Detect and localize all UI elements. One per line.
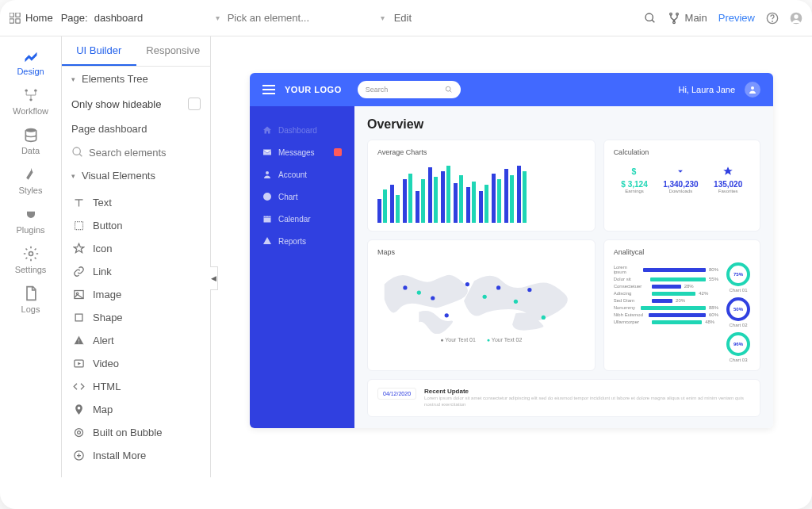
avatar[interactable] <box>745 82 760 98</box>
svg-point-13 <box>25 90 27 92</box>
svg-point-38 <box>496 285 500 289</box>
mock-search[interactable]: Search <box>358 81 461 98</box>
svg-point-40 <box>445 313 449 317</box>
home-button[interactable]: Home <box>10 12 53 24</box>
svg-point-37 <box>465 282 469 286</box>
nav-messages[interactable]: Messages <box>250 141 354 163</box>
element-video[interactable]: Video <box>62 352 210 375</box>
svg-point-10 <box>772 21 773 21</box>
top-toolbar: Home Page: dashboard ▾ Pick an element..… <box>0 0 812 36</box>
download-icon <box>675 166 686 177</box>
svg-rect-20 <box>75 222 83 230</box>
svg-point-4 <box>645 13 653 21</box>
workflow-tab[interactable]: Workflow <box>0 81 61 121</box>
home-icon <box>262 125 272 135</box>
chevron-down-icon: ▾ <box>71 75 75 83</box>
svg-point-35 <box>403 285 407 289</box>
pie-icon <box>262 192 272 201</box>
responsive-tab[interactable]: Responsive <box>136 36 211 66</box>
settings-tab[interactable]: Settings <box>0 239 61 279</box>
branch-icon <box>668 12 680 25</box>
svg-point-36 <box>431 296 435 300</box>
nav-account[interactable]: Account <box>250 163 354 186</box>
design-tab[interactable]: Design <box>0 41 61 81</box>
svg-point-7 <box>676 13 678 15</box>
element-picker[interactable]: Pick an element... ▾ <box>228 12 386 24</box>
preview-button[interactable]: Preview <box>718 12 755 24</box>
user-icon <box>262 170 272 179</box>
edit-menu[interactable]: Edit <box>394 12 636 24</box>
logo-text: YOUR LOGO <box>285 85 342 94</box>
visual-elements-header[interactable]: ▾Visual Elements <box>62 163 210 188</box>
svg-point-32 <box>266 171 269 174</box>
svg-point-16 <box>25 128 36 132</box>
logs-tab[interactable]: Logs <box>0 279 61 319</box>
elements-tree-header[interactable]: ▾Elements Tree <box>62 67 210 91</box>
world-map <box>377 262 585 334</box>
element-image[interactable]: Image <box>62 283 210 306</box>
checkbox-icon[interactable] <box>188 98 201 110</box>
svg-point-39 <box>527 288 531 292</box>
svg-point-25 <box>75 429 83 437</box>
element-link[interactable]: Link <box>62 260 210 283</box>
element-icon[interactable]: Icon <box>62 237 210 260</box>
help-icon[interactable] <box>766 12 779 25</box>
nav-reports[interactable]: Reports <box>250 230 354 252</box>
star-icon <box>722 166 733 177</box>
average-charts-card: Average Charts <box>367 140 596 232</box>
page-title: Overview <box>367 117 760 132</box>
svg-point-14 <box>34 90 36 92</box>
svg-line-5 <box>652 20 654 22</box>
search-elements-input[interactable] <box>62 141 210 163</box>
home-label: Home <box>25 12 53 24</box>
page-selector[interactable]: Page: dashboard ▾ <box>61 12 220 24</box>
svg-point-41 <box>417 290 421 294</box>
apps-icon <box>10 13 21 24</box>
nav-dashboard[interactable]: Dashboard <box>250 119 354 141</box>
plugins-tab[interactable]: Plugins <box>0 200 61 239</box>
styles-tab[interactable]: Styles <box>0 160 61 200</box>
chevron-down-icon: ▾ <box>71 172 75 180</box>
user-icon <box>748 85 757 94</box>
panel-collapse-handle[interactable]: ◀ <box>210 266 218 290</box>
element-html[interactable]: HTML <box>62 375 210 398</box>
element-text[interactable]: Text <box>62 191 210 214</box>
canvas[interactable]: ◀ YOUR LOGO Search Hi, Laura Jane Dashbo… <box>211 36 812 477</box>
account-icon[interactable] <box>790 12 802 25</box>
search-icon <box>71 146 84 159</box>
left-rail: Design Workflow Data Styles Plugins Sett… <box>0 36 62 477</box>
page-row[interactable]: Page dashboard <box>62 117 210 141</box>
svg-rect-1 <box>16 13 20 17</box>
branch-selector[interactable]: Main <box>668 12 707 25</box>
mock-sidebar: Dashboard Messages Account Chart Calenda… <box>250 106 354 428</box>
hamburger-icon[interactable] <box>262 85 275 94</box>
svg-point-12 <box>794 14 798 18</box>
chevron-down-icon: ▾ <box>381 13 385 22</box>
only-hideable-toggle[interactable]: Only show hideable <box>62 91 210 117</box>
svg-point-43 <box>542 316 546 320</box>
element-alert[interactable]: Alert <box>62 329 210 352</box>
svg-point-8 <box>672 21 675 24</box>
nav-calendar[interactable]: Calendar <box>250 208 354 230</box>
svg-rect-33 <box>264 216 271 223</box>
svg-rect-2 <box>10 18 13 22</box>
svg-point-42 <box>483 295 487 299</box>
dollar-icon: $ <box>629 166 640 177</box>
svg-rect-23 <box>75 314 82 321</box>
element-shape[interactable]: Shape <box>62 306 210 329</box>
nav-chart[interactable]: Chart <box>250 186 354 208</box>
element-button[interactable]: Button <box>62 214 210 237</box>
search-icon <box>445 86 453 94</box>
element-install-more[interactable]: Install More <box>62 444 210 467</box>
calendar-icon <box>262 214 272 224</box>
recent-update-card: 04/12/2020 Recent Update Lorem ipsum dol… <box>367 379 760 417</box>
badge-icon <box>334 148 342 156</box>
svg-point-18 <box>73 147 80 155</box>
ui-builder-tab[interactable]: UI Builder <box>62 36 136 66</box>
bar-chart <box>377 163 585 223</box>
element-built-on-bubble[interactable]: Built on Bubble <box>62 421 210 444</box>
element-map[interactable]: Map <box>62 398 210 421</box>
maps-card: Maps ● Your Text 01● Your Text 02 <box>367 239 596 371</box>
data-tab[interactable]: Data <box>0 121 61 160</box>
search-icon[interactable] <box>644 12 657 25</box>
